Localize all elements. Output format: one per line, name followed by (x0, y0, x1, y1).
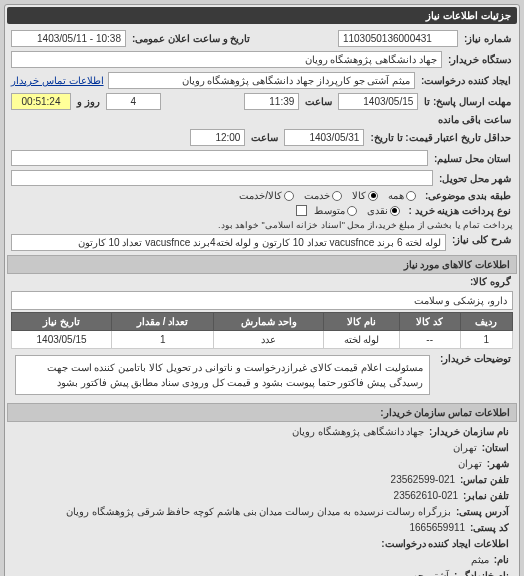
col-qty: تعداد / مقدار (112, 313, 214, 331)
person-value: میثم (471, 554, 489, 565)
table-row[interactable]: 1 -- لوله لخته عدد 1 1403/05/15 (12, 331, 513, 349)
remaining-days: 4 (106, 93, 161, 110)
fax-value: 021-23562610 (394, 490, 459, 501)
city-label: شهر: (485, 458, 511, 469)
announce-label: تاریخ و ساعت اعلان عمومی: (130, 33, 252, 44)
goods-section-title: اطلاعات کالاهای مورد نیاز (7, 255, 517, 274)
group-label: گروه کالا: (468, 276, 513, 287)
pay-label: نوع پرداخت هزینه خرید : (407, 205, 513, 216)
req-creator-label: اطلاعات ایجاد کننده درخواست: (379, 538, 511, 549)
buyer-desc-label: توضیحات خریدار: (438, 353, 513, 364)
postal-label: کد پستی: (468, 522, 511, 533)
pay-note: پرداخت تمام یا بخشی از مبلغ خرید،از محل … (218, 220, 513, 230)
address-value: بزرگراه رسالت نرسیده به میدان رسالت میدا… (66, 506, 451, 517)
deadline-label: مهلت ارسال پاسخ: تا (422, 96, 513, 107)
city-value: تهران (458, 458, 482, 469)
buyer-contact-link[interactable]: اطلاعات تماس خریدار (11, 75, 104, 86)
announce-value: 10:38 - 1403/05/11 (11, 30, 126, 47)
postal-value: 1665659911 (409, 522, 465, 533)
family-value: آشتی جو (413, 570, 449, 576)
time-label-2: ساعت (249, 132, 280, 143)
time-label-1: ساعت (303, 96, 334, 107)
creator-field: میثم آشتی جو کارپرداز جهاد دانشگاهی پژوه… (108, 72, 416, 89)
goods-table: ردیف کد کالا نام کالا واحد شمارش تعداد /… (11, 312, 513, 349)
pay-radio-mid[interactable]: متوسط (314, 205, 357, 216)
address-label: آدرس پستی: (454, 506, 511, 517)
col-date: تاریخ نیاز (12, 313, 112, 331)
delivery-loc-label: شهر محل تحویل: (437, 173, 513, 184)
validity-date: 1403/05/31 (284, 129, 364, 146)
pay-radio-cash[interactable]: نقدی (367, 205, 400, 216)
deadline-time: 11:39 (244, 93, 299, 110)
col-unit: واحد شمارش (214, 313, 324, 331)
phone-value: 021-23562599 (391, 474, 456, 485)
buyer-label: دستگاه خریدار: (446, 54, 513, 65)
req-no-field: 1103050136000431 (338, 30, 458, 47)
cat-radio-service[interactable]: خدمت (304, 190, 342, 201)
fax-label: تلفن نمابر: (461, 490, 511, 501)
cell-idx: 1 (460, 331, 513, 349)
buyer-desc-text: مسئولیت اعلام قیمت کالای غیرازدرخواست و … (15, 355, 430, 395)
day-and-label: روز و (75, 96, 102, 107)
cell-qty: 1 (112, 331, 214, 349)
col-idx: ردیف (460, 313, 513, 331)
pay-checkbox[interactable] (296, 205, 307, 216)
deadline-date: 1403/05/15 (338, 93, 418, 110)
cell-code: -- (399, 331, 460, 349)
province-value: تهران (453, 442, 477, 453)
desc-label: شرح کلی نیاز: (450, 234, 513, 245)
validity-time: 12:00 (190, 129, 245, 146)
contact-section-title: اطلاعات تماس سازمان خریدار: (7, 403, 517, 422)
person-label: نام: (492, 554, 511, 565)
cell-name: لوله لخته (324, 331, 400, 349)
family-label: نام خانوادگی: (452, 570, 511, 576)
cat-label: طبقه بندی موضوعی: (423, 190, 513, 201)
service-loc-label: استان محل تسلیم: (432, 153, 513, 164)
province-label: استان: (480, 442, 511, 453)
remaining-label: ساعت باقی مانده (436, 114, 513, 125)
col-name: نام کالا (324, 313, 400, 331)
col-code: کد کالا (399, 313, 460, 331)
cell-unit: عدد (214, 331, 324, 349)
cat-radio-all[interactable]: همه (388, 190, 416, 201)
org-label: نام سازمان خریدار: (427, 426, 511, 437)
desc-field: لوله لخته 6 برند vacusfnce تعداد 10 کارت… (11, 234, 446, 251)
remaining-time: 00:51:24 (11, 93, 71, 110)
validity-label: حداقل تاریخ اعتبار قیمت: تا تاریخ: (368, 132, 513, 143)
delivery-loc-field (11, 170, 433, 186)
cat-radio-both[interactable]: کالا/خدمت (239, 190, 294, 201)
phone-label: تلفن تماس: (458, 474, 511, 485)
group-field: دارو، پزشکی و سلامت (11, 291, 513, 310)
buyer-field: جهاد دانشگاهی پژوهشگاه رویان (11, 51, 442, 68)
req-no-label: شماره نیاز: (462, 33, 513, 44)
cat-radio-goods[interactable]: کالا (352, 190, 378, 201)
org-value: جهاد دانشگاهی پژوهشگاه رویان (292, 426, 424, 437)
creator-label: ایجاد کننده درخواست: (419, 75, 513, 86)
panel-title: جزئیات اطلاعات نیاز (7, 7, 517, 24)
cell-date: 1403/05/15 (12, 331, 112, 349)
service-loc-field (11, 150, 428, 166)
